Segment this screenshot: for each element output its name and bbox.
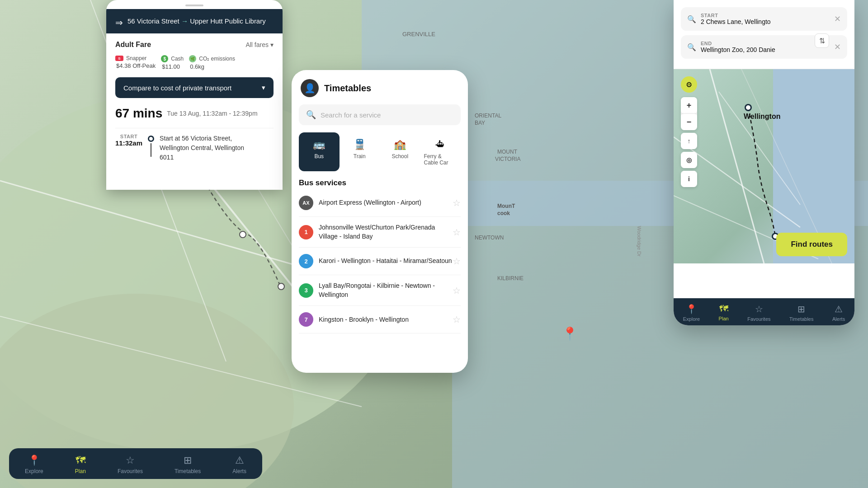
tab-train[interactable]: 🚆 Train (340, 132, 380, 171)
card3-nav-explore[interactable]: 📍 Explore (683, 304, 700, 322)
snapper-badge: S Snapper (115, 55, 156, 61)
favourite-star-ax[interactable]: ☆ (453, 197, 461, 208)
address-line1: Start at 56 Victoria Street, (160, 135, 232, 142)
start-address: Start at 56 Victoria Street, Wellington … (160, 134, 244, 162)
train-tab-label: Train (354, 153, 366, 160)
explore-label: Explore (25, 468, 43, 474)
ferry-tab-label: Ferry & Cable Car (424, 153, 458, 166)
start-time: 11:32am (115, 139, 142, 147)
search-icon: 🔍 (687, 43, 696, 52)
info-button[interactable]: i (681, 171, 697, 187)
favourite-star-1[interactable]: ☆ (453, 227, 461, 238)
favourites-label: Favourites (118, 468, 143, 474)
plan-label: Plan (75, 468, 86, 474)
svg-point-9 (240, 231, 246, 238)
adult-fare-label: Adult Fare (115, 41, 151, 49)
duration-minutes: 67 mins (115, 106, 162, 121)
explore-icon: 📍 (686, 304, 697, 314)
snapper-fare: S Snapper $4.38 Off-Peak (115, 55, 156, 70)
clear-end-button[interactable]: ✕ (834, 42, 841, 52)
start-input-label: START (701, 13, 771, 18)
favourites-nav-label: Favourites (747, 316, 770, 322)
card3-nav-favourites[interactable]: ☆ Favourites (747, 304, 770, 322)
search-placeholder: Search for a service (321, 111, 381, 119)
start-section: START 11:32am Start at 56 Victoria Stree… (115, 134, 274, 162)
alerts-icon: ⚠ (835, 304, 843, 314)
route-dot (148, 134, 154, 157)
swap-locations-button[interactable]: ⇅ (815, 33, 829, 48)
filter-button[interactable]: ⚙ (681, 76, 697, 93)
nav-alerts[interactable]: ⚠ Alerts (232, 455, 246, 474)
service-left: AX Airport Express (Wellington - Airport… (299, 196, 421, 210)
timetables-card: 👤 Timetables 🔍 Search for a service 🚌 Bu… (292, 70, 468, 373)
location-control: ◎ (681, 152, 697, 168)
svg-text:KILBIRNIE: KILBIRNIE (497, 275, 524, 282)
tab-bus[interactable]: 🚌 Bus (299, 132, 340, 171)
service-name-7: Kingston - Brooklyn - Wellington (319, 315, 409, 324)
route-from: 56 Victoria Street (127, 17, 179, 25)
timetables-label: Timetables (175, 468, 201, 474)
card3-nav-timetables[interactable]: ⊞ Timetables (789, 304, 813, 322)
favourite-star-2[interactable]: ☆ (453, 256, 461, 267)
service-name-ax: Airport Express (Wellington - Airport) (319, 198, 421, 207)
nav-timetables[interactable]: ⊞ Timetables (175, 455, 201, 474)
compare-transport-button[interactable]: Compare to cost of private transport ▾ (115, 77, 274, 98)
info-control: i (681, 171, 697, 187)
clear-start-button[interactable]: ✕ (834, 14, 841, 24)
service-1[interactable]: 1 Johnsonville West/Churton Park/Grenada… (299, 217, 461, 248)
service-3[interactable]: 3 Lyall Bay/Rongotai - Kilbirnie - Newto… (299, 275, 461, 306)
zoom-out-button[interactable]: − (681, 114, 697, 130)
bus-tab-label: Bus (314, 153, 324, 160)
card3-nav-alerts[interactable]: ⚠ Alerts (832, 304, 845, 322)
bus-services-section: Bus services AX Airport Express (Welling… (292, 171, 468, 333)
route-inputs: 🔍 START 2 Chews Lane, Wellingto ✕ 🔍 END … (674, 0, 854, 69)
tab-school[interactable]: 🏫 School (380, 132, 420, 171)
map-controls: ⚙ + − ↑ ◎ i (681, 76, 697, 189)
card1-body: Adult Fare All fares ▾ S Snapper $4.38 O… (106, 33, 283, 169)
find-routes-button[interactable]: Find routes (776, 233, 847, 256)
end-input-content: END Wellington Zoo, 200 Danie (701, 41, 775, 53)
card1-route-text: 56 Victoria Street → Upper Hutt Public L… (127, 16, 266, 26)
favourites-icon: ☆ (126, 455, 135, 466)
nav-explore[interactable]: 📍 Explore (25, 455, 43, 474)
svg-text:GRENVILLE: GRENVILLE (402, 31, 435, 38)
favourite-star-3[interactable]: ☆ (453, 285, 461, 296)
favourite-star-7[interactable]: ☆ (453, 314, 461, 325)
zoom-in-button[interactable]: + (681, 97, 697, 113)
chevron-down-icon: ▾ (262, 84, 265, 92)
snapper-label: Snapper (126, 55, 146, 61)
alerts-nav-label: Alerts (832, 316, 845, 322)
co2-icon: 🌿 (189, 55, 196, 62)
svg-point-30 (746, 105, 750, 110)
start-input-content: START 2 Chews Lane, Wellingto (701, 13, 771, 25)
compass-button[interactable]: ↑ (681, 133, 697, 149)
service-search-bar[interactable]: 🔍 Search for a service (299, 104, 461, 125)
my-location-button[interactable]: ◎ (681, 152, 697, 168)
start-input[interactable]: 🔍 START 2 Chews Lane, Wellingto ✕ (681, 7, 847, 31)
search-icon: 🔍 (306, 110, 316, 120)
nav-plan[interactable]: 🗺 Plan (75, 455, 86, 474)
route-planner-card: 🔍 START 2 Chews Lane, Wellingto ✕ 🔍 END … (674, 0, 854, 325)
nav-favourites[interactable]: ☆ Favourites (118, 455, 143, 474)
explore-icon: 📍 (28, 455, 40, 466)
snapper-amount: $4.38 Off-Peak (115, 62, 156, 69)
all-fares-label: All fares (245, 41, 269, 48)
service-badge-3: 3 (299, 283, 313, 298)
chevron-down-icon: ▾ (270, 41, 274, 48)
tab-ferry-cable[interactable]: ⛴ Ferry & Cable Car (420, 132, 461, 171)
svg-text:cook: cook (497, 210, 510, 216)
train-icon: 🚆 (354, 139, 366, 150)
start-input-value: 2 Chews Lane, Wellingto (701, 18, 771, 25)
service-7[interactable]: 7 Kingston - Brooklyn - Wellington ☆ (299, 306, 461, 333)
co2-badge: 🌿 CO₂ emissions (189, 55, 235, 62)
service-airport-express[interactable]: AX Airport Express (Wellington - Airport… (299, 189, 461, 217)
school-tab-label: School (392, 153, 408, 160)
svg-text:Woodridge Dr: Woodridge Dr (637, 226, 642, 257)
end-input-value: Wellington Zoo, 200 Danie (701, 46, 775, 53)
cash-label: Cash (171, 56, 184, 62)
service-2[interactable]: 2 Karori - Wellington - Hataitai - Miram… (299, 248, 461, 275)
all-fares-button[interactable]: All fares ▾ (245, 41, 274, 48)
svg-text:ORIENTAL: ORIENTAL (475, 113, 501, 119)
timetables-title: Timetables (324, 83, 371, 94)
card3-nav-plan[interactable]: 🗺 Plan (719, 304, 729, 322)
